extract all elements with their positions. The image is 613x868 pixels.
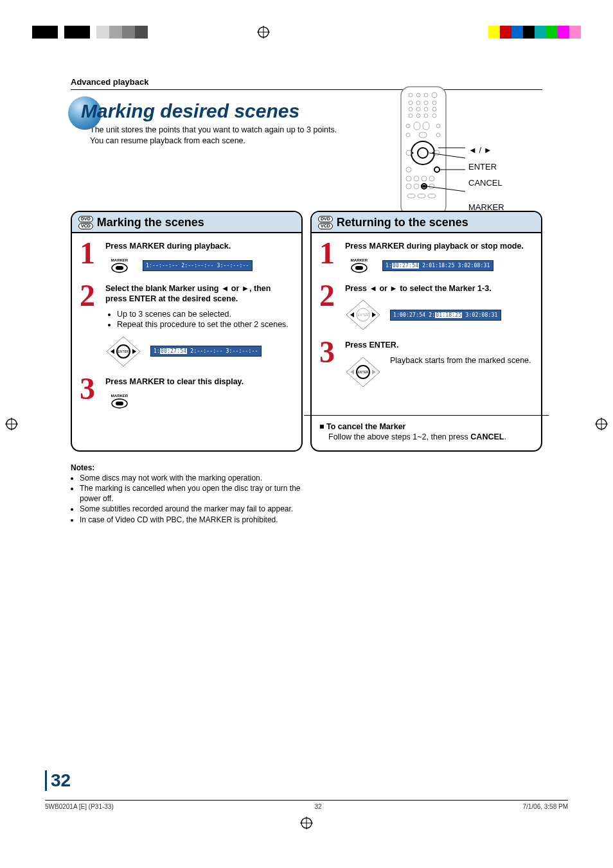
dvd-badge: DVD: [318, 216, 333, 222]
step-title: Press ◄ or ► to select the Marker 1-3.: [345, 283, 533, 294]
osd-display: 1:--:--:-- 2:--:--:-- 3:--:--:--: [143, 260, 253, 271]
osd-display: 1:00:27:54 2:01:18:25 3:02:08:31: [390, 310, 501, 321]
vcd-badge: VCD: [318, 223, 333, 229]
bullet: Up to 3 scenes can be selected.: [117, 310, 294, 319]
panel-divider: [304, 415, 549, 416]
svg-text:MARKER: MARKER: [351, 258, 368, 262]
panel-marking: DVD VCD Marking the scenes 1 Press MARKE…: [71, 211, 303, 452]
left-color-blocks: [32, 26, 148, 39]
registration-mark-right: [595, 418, 608, 430]
nav-pad-icon: ENTER: [345, 299, 381, 331]
vcd-badge: VCD: [78, 223, 93, 229]
footer-left: 5WB0201A [E] (P31-33): [45, 803, 114, 810]
columns: DVD VCD Marking the scenes 1 Press MARKE…: [71, 211, 542, 452]
step-number: 2: [319, 283, 340, 331]
panel-returning-header: DVD VCD Returning to the scenes: [312, 212, 541, 233]
svg-text:MARKER: MARKER: [111, 394, 129, 398]
step-number: 3: [319, 340, 340, 387]
title-desc-1: The unit stores the points that you want…: [90, 125, 337, 134]
cancel-title: To cancel the Marker: [319, 422, 533, 431]
note-item: Some subtitles recorded around the marke…: [80, 504, 308, 515]
page: Advanced playback Marking desired scenes…: [0, 0, 613, 868]
cancel-body: Follow the above steps 1~2, then press C…: [328, 432, 533, 441]
title-desc-2: You can resume playback from each scene.: [90, 136, 245, 145]
svg-rect-67: [116, 402, 123, 405]
svg-rect-70: [355, 266, 363, 270]
step-title: Press MARKER during playback or stop mod…: [345, 241, 533, 251]
enter-pad-icon: ENTER: [345, 356, 381, 388]
page-title: Marking desired scenes: [71, 100, 542, 122]
left-step-1: 1 Press MARKER during playback. MARKER: [80, 241, 294, 274]
svg-text:MARKER: MARKER: [111, 258, 129, 262]
main-content: Marking desired scenes The unit stores t…: [71, 100, 542, 525]
svg-text:ENTER: ENTER: [118, 350, 129, 353]
marker-button-icon: MARKER: [105, 392, 134, 410]
left-step-3: 3 Press MARKER to clear this display. MA…: [80, 376, 294, 412]
registration-mark-bottom: [300, 817, 313, 829]
notes-block: Notes: Some discs may not work with the …: [71, 463, 308, 526]
remote-label-enter: ENTER: [468, 161, 504, 173]
page-number: 32: [45, 770, 71, 791]
right-step-1: 1 Press MARKER during playback or stop m…: [319, 241, 533, 274]
svg-rect-52: [422, 185, 426, 188]
remote-labels: ◄ / ► ENTER CANCEL MARKER: [468, 144, 504, 217]
step-title: Press MARKER to clear this display.: [105, 376, 294, 387]
panel-returning-body: 1 Press MARKER during playback or stop m…: [312, 233, 541, 409]
print-header-bar: [32, 26, 581, 39]
left-step-2: 2 Select the blank Marker using ◄ or ►, …: [80, 283, 294, 368]
right-color-blocks: [488, 26, 581, 39]
panel-marking-header: DVD VCD Marking the scenes: [72, 212, 301, 233]
step-title: Select the blank Marker using ◄ or ►, th…: [105, 283, 294, 305]
panel-returning-title: Returning to the scenes: [337, 216, 468, 229]
remote-label-nav: ◄ / ►: [468, 144, 504, 157]
panel-returning: DVD VCD Returning to the scenes 1 Press …: [310, 211, 542, 452]
note-item: In case of Video CD with PBC, the MARKER…: [80, 515, 308, 526]
footer-bar: 5WB0201A [E] (P31-33) 32 7/1/06, 3:58 PM: [45, 800, 568, 810]
registration-mark-top: [257, 26, 270, 39]
step-number: 1: [80, 241, 100, 274]
enter-pad-icon: ENTER: [105, 335, 141, 368]
notes-list: Some discs may not work with the marking…: [71, 474, 308, 526]
step-number: 3: [80, 376, 100, 412]
right-step-2: 2 Press ◄ or ► to select the Marker 1-3.…: [319, 283, 533, 331]
cancel-block: To cancel the Marker Follow the above st…: [312, 422, 541, 450]
disc-badges: DVD VCD: [78, 216, 93, 229]
note-item: The marking is cancelled when you open t…: [80, 484, 308, 504]
svg-text:ENTER: ENTER: [358, 313, 369, 317]
svg-text:ENTER: ENTER: [358, 370, 369, 374]
osd-display: 1:00:27:54 2:01:18:25 3:02:08:31: [382, 260, 493, 271]
marker-button-icon: MARKER: [105, 256, 134, 274]
step-bullets: Up to 3 scenes can be selected. Repeat t…: [117, 310, 294, 329]
panel-marking-title: Marking the scenes: [97, 216, 204, 229]
bullet: Repeat this procedure to set the other 2…: [117, 320, 294, 329]
notes-title: Notes:: [71, 463, 308, 472]
step-number: 2: [80, 283, 100, 368]
svg-rect-59: [116, 266, 123, 270]
note-item: Some discs may not work with the marking…: [80, 474, 308, 484]
osd-display: 1:00:27:54 2:--:--:-- 3:--:--:--: [150, 346, 262, 357]
footer-right: 7/1/06, 3:58 PM: [522, 803, 568, 810]
step-number: 1: [319, 241, 340, 274]
marker-button-icon: MARKER: [345, 256, 373, 274]
footer-center: 32: [315, 803, 322, 810]
dvd-badge: DVD: [78, 216, 93, 222]
disc-badges: DVD VCD: [318, 216, 333, 229]
step-title: Press ENTER.: [345, 340, 533, 350]
step-title: Press MARKER during playback.: [105, 241, 294, 251]
step-desc: Playback starts from the marked scene.: [390, 356, 531, 365]
right-step-3: 3 Press ENTER. ENTER: [319, 340, 533, 387]
registration-mark-left: [5, 418, 18, 430]
panel-marking-body: 1 Press MARKER during playback. MARKER: [72, 233, 301, 432]
remote-label-cancel: CANCEL: [468, 177, 504, 190]
